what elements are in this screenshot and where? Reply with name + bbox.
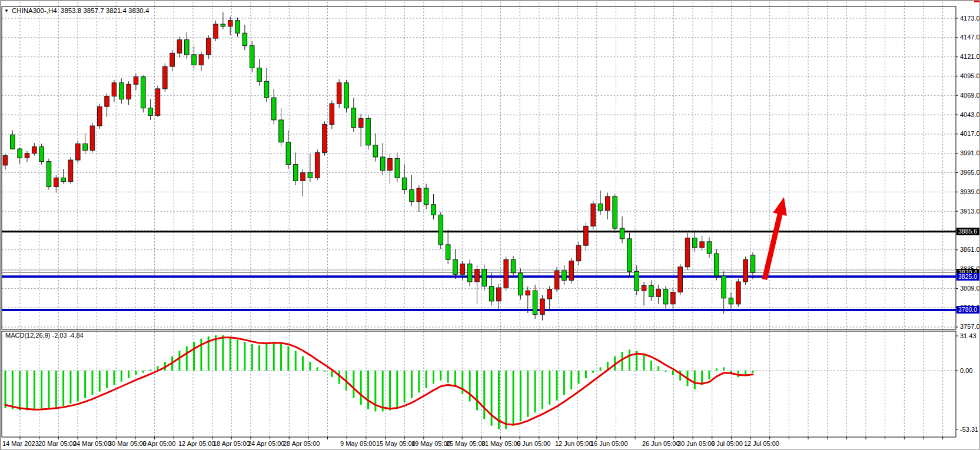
candle-bullish (656, 289, 661, 297)
candle-bullish (554, 271, 559, 289)
candle-bearish (257, 68, 262, 82)
candle-bullish (671, 292, 676, 304)
candle-bullish (3, 155, 8, 165)
date-axis-label: 25 May 05:00 (446, 440, 486, 448)
candle-bearish (729, 298, 733, 304)
date-axis-label: 24 Mar 05:00 (73, 440, 111, 448)
candle-bullish (214, 24, 218, 38)
candle-bearish (344, 83, 349, 108)
candle-bearish (373, 145, 378, 157)
candle-bearish (627, 239, 632, 272)
candle-bearish (192, 55, 197, 65)
candle-bearish (366, 118, 371, 145)
candle-bullish (170, 53, 175, 66)
candle-bearish (221, 24, 225, 26)
candle-bearish (141, 77, 145, 108)
candle-bearish (467, 264, 472, 282)
candle-bearish (148, 108, 153, 116)
candle-bearish (279, 120, 284, 142)
candle-bullish (330, 104, 334, 124)
macd-indicator-label: MACD(12,26,9) -2.03 -4.84 (5, 332, 84, 339)
candle-bullish (504, 259, 509, 288)
candle-bearish (250, 46, 254, 68)
price-axis-label: 3991.0 (960, 149, 980, 157)
up-arrow-annotation[interactable] (762, 197, 787, 280)
recording-corner-mark (974, 1, 980, 2)
candle-bearish (598, 204, 603, 211)
candle-bearish (750, 255, 755, 273)
macd-panel-frame (2, 331, 956, 437)
candle-bearish (562, 271, 567, 280)
candle-bearish (242, 33, 247, 45)
candle-bearish (519, 273, 523, 295)
price-badge-3825.0: 3825.0 (956, 273, 980, 281)
price-axis-label: 4017.0 (960, 130, 980, 138)
candle-bullish (358, 118, 363, 127)
candle-bullish (642, 285, 646, 291)
price-badge-3885.6: 3885.6 (956, 228, 980, 235)
window-border (1, 1, 980, 450)
candle-bearish (119, 83, 124, 99)
candle-bullish (54, 178, 59, 186)
macd-axis-label: 31.43 (960, 332, 976, 340)
candle-bearish (663, 289, 668, 304)
candle-bearish (235, 21, 240, 33)
macd-signal-line (5, 338, 753, 425)
date-axis-label: 12 Apr 05:00 (178, 440, 215, 448)
candle-bearish (438, 215, 443, 244)
candle-bearish (410, 190, 414, 202)
candle-bullish (134, 77, 138, 85)
candle-bullish (388, 159, 393, 171)
candle-bearish (453, 259, 458, 274)
candle-bullish (576, 245, 581, 261)
date-axis-label: 19 May 05:00 (411, 440, 451, 448)
candle-bullish (127, 84, 131, 99)
date-axis-label: 24 Apr 05:00 (248, 440, 284, 448)
candle-bearish (722, 276, 726, 298)
candle-bearish (634, 271, 639, 291)
price-axis-label: 3965.0 (960, 169, 980, 176)
date-axis-label: 6 Jul 05:00 (711, 440, 743, 448)
title-ohlc-values: 3853.8 3857.7 3821.4 3830.4 (61, 7, 149, 14)
macd-axis-label: -53.31 (960, 426, 978, 434)
candle-bearish (693, 238, 697, 248)
candle-bearish (620, 228, 624, 239)
candle-bullish (547, 289, 552, 299)
date-axis-label: 16 Jun 05:00 (590, 440, 628, 448)
candle-bearish (707, 242, 712, 254)
candle-bearish (46, 162, 51, 187)
candle-bullish (678, 267, 683, 292)
trading-chart-window: ▼CHINA300-,H4 3853.8 3857.7 3821.4 3830.… (0, 0, 980, 450)
price-badge-3780.0: 3780.0 (956, 306, 980, 314)
candle-bullish (206, 38, 211, 55)
price-axis-label: 4147.0 (960, 34, 980, 41)
candle-bearish (489, 286, 494, 301)
candle-bullish (97, 106, 102, 126)
candle-bullish (526, 291, 530, 295)
price-axis-label: 3757.0 (960, 323, 980, 331)
candle-bearish (264, 81, 269, 98)
date-axis-label: 12 Jun 05:00 (555, 440, 593, 448)
symbol-dropdown-icon[interactable]: ▼ (4, 8, 9, 14)
candle-bullish (155, 89, 160, 115)
symbol-period-label[interactable]: CHINA300-,H4 (12, 7, 57, 14)
candle-bullish (162, 66, 167, 89)
candle-bullish (497, 288, 501, 301)
candle-bullish (315, 152, 320, 178)
candle-bullish (68, 160, 73, 182)
macd-main-value: -2.03 (52, 332, 67, 339)
candle-bearish (395, 159, 400, 178)
candle-bearish (61, 178, 66, 181)
date-axis-label: 31 May 05:00 (481, 440, 521, 448)
macd-axis-label: 0.00 (960, 367, 972, 375)
candle-bullish (743, 259, 748, 282)
date-axis-label: 9 May 05:00 (340, 440, 376, 448)
candle-bullish (606, 196, 610, 211)
candle-bullish (685, 238, 690, 267)
date-axis-label: 6 Jun 05:00 (517, 440, 551, 448)
chart-canvas[interactable] (1, 1, 980, 450)
candle-bearish (293, 165, 298, 181)
macd-name: MACD(12,26,9) (5, 332, 50, 339)
price-axis-label: 3809.0 (960, 285, 980, 292)
candle-bearish (715, 254, 719, 276)
